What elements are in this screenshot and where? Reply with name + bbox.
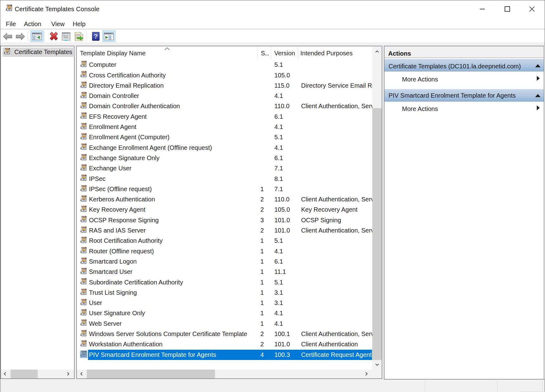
svg-text:?: ?	[94, 33, 98, 40]
